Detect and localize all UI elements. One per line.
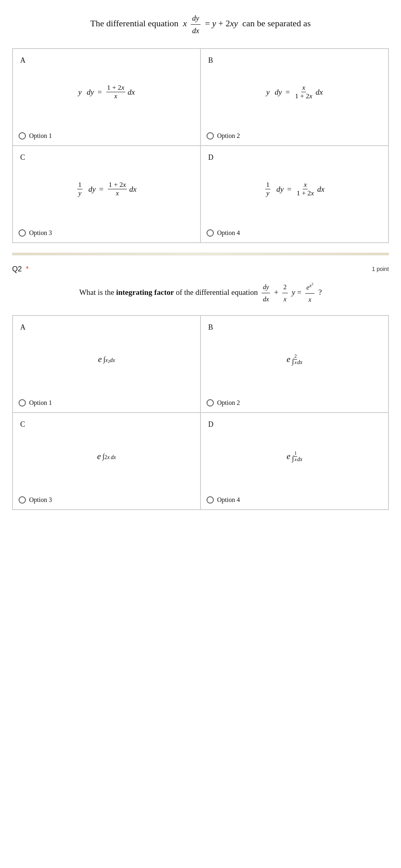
q1-option-d-box: D 1 y dy = x 1 + 2x dx — [201, 146, 388, 227]
q1-option-d-radio-row[interactable]: Option 4 — [201, 227, 388, 242]
q2-option-b-radio[interactable] — [207, 399, 214, 406]
q2-option-d-box: D e ∫ 1 x dx — [201, 413, 388, 494]
q1-option-d-letter: D — [208, 153, 213, 162]
q2-option-c-cell: C e ∫2x dx Option 3 — [13, 413, 200, 510]
q1-option-c-box: C 1 y dy = 1 + 2x x dx — [13, 146, 200, 227]
q2-option-a-letter: A — [20, 323, 25, 332]
q1-option-c-letter: C — [20, 153, 25, 162]
q2-star: * — [26, 265, 29, 273]
q1-option-a-label: Option 1 — [29, 132, 52, 140]
section-divider — [12, 253, 389, 255]
q1-option-a-math: y dy = 1 + 2x x dx — [78, 84, 135, 100]
q1-option-a-letter: A — [20, 56, 25, 65]
q1-option-d-cell: D 1 y dy = x 1 + 2x dx — [200, 146, 388, 243]
q2-option-a-radio[interactable] — [19, 399, 26, 406]
q1-option-c-cell: C 1 y dy = 1 + 2x x dx — [13, 146, 200, 243]
q1-option-b-cell: B y dy = x 1 + 2x dx Option 2 — [200, 49, 388, 146]
q2-option-b-cell: B e ∫ 2 x dx — [200, 315, 388, 413]
q2-question: What is the integrating factor of the di… — [12, 281, 389, 306]
q1-section: The differential equation x dy dx = y + … — [12, 12, 389, 243]
q2-option-a-radio-row[interactable]: Option 1 — [13, 397, 200, 412]
q2-option-a-math: e ∫x2dx — [98, 354, 115, 364]
q2-header: Q2 * 1 point — [12, 265, 389, 273]
q1-options-grid: A y dy = 1 + 2x x dx Option 1 — [12, 48, 389, 243]
q1-question: The differential equation x dy dx = y + … — [12, 12, 389, 37]
q2-option-a-box: A e ∫x2dx — [13, 316, 200, 397]
q2-option-b-letter: B — [208, 323, 213, 332]
q1-option-b-label: Option 2 — [217, 132, 240, 140]
q1-option-d-radio[interactable] — [207, 229, 214, 237]
q1-option-c-radio[interactable] — [19, 229, 26, 237]
q2-option-b-radio-row[interactable]: Option 2 — [201, 397, 388, 412]
q1-option-b-radio[interactable] — [207, 132, 214, 140]
q1-option-b-letter: B — [208, 56, 213, 65]
q2-option-d-math: e ∫ 1 x dx — [287, 450, 302, 463]
q2-points: 1 point — [372, 266, 389, 272]
q2-section: Q2 * 1 point What is the integrating fac… — [12, 265, 389, 510]
q1-option-b-math: y dy = x 1 + 2x dx — [266, 84, 323, 100]
q2-option-c-radio[interactable] — [19, 496, 26, 504]
q2-label: Q2 * — [12, 265, 29, 273]
q1-option-c-radio-row[interactable]: Option 3 — [13, 227, 200, 242]
q1-option-a-cell: A y dy = 1 + 2x x dx Option 1 — [13, 49, 200, 146]
q2-option-c-radio-row[interactable]: Option 3 — [13, 494, 200, 509]
q1-option-d-math: 1 y dy = x 1 + 2x dx — [264, 181, 324, 197]
q2-option-d-label: Option 4 — [217, 496, 240, 504]
q2-option-d-letter: D — [208, 420, 213, 429]
q1-option-c-math: 1 y dy = 1 + 2x x dx — [76, 181, 136, 197]
q1-option-a-radio-row[interactable]: Option 1 — [13, 130, 200, 145]
q2-options-grid: A e ∫x2dx Option 1 — [12, 315, 389, 510]
q1-option-b-box: B y dy = x 1 + 2x dx — [201, 49, 388, 130]
q2-option-b-label: Option 2 — [217, 399, 240, 406]
q1-option-a-box: A y dy = 1 + 2x x dx — [13, 49, 200, 130]
q1-option-c-label: Option 3 — [29, 229, 52, 237]
q2-option-b-math: e ∫ 2 x dx — [287, 353, 302, 366]
q2-option-a-label: Option 1 — [29, 399, 52, 406]
q1-option-a-radio[interactable] — [19, 132, 26, 140]
q2-option-c-letter: C — [20, 420, 25, 429]
q2-option-c-math: e ∫2x dx — [97, 451, 116, 462]
q2-option-d-radio-row[interactable]: Option 4 — [201, 494, 388, 509]
q1-option-b-radio-row[interactable]: Option 2 — [201, 130, 388, 145]
q2-option-b-box: B e ∫ 2 x dx — [201, 316, 388, 397]
q2-option-d-radio[interactable] — [207, 496, 214, 504]
q2-option-d-cell: D e ∫ 1 x dx — [200, 413, 388, 510]
q2-option-c-box: C e ∫2x dx — [13, 413, 200, 494]
q2-option-c-label: Option 3 — [29, 496, 52, 504]
q2-option-a-cell: A e ∫x2dx Option 1 — [13, 315, 200, 413]
q1-option-d-label: Option 4 — [217, 229, 240, 237]
page: The differential equation x dy dx = y + … — [0, 0, 401, 526]
